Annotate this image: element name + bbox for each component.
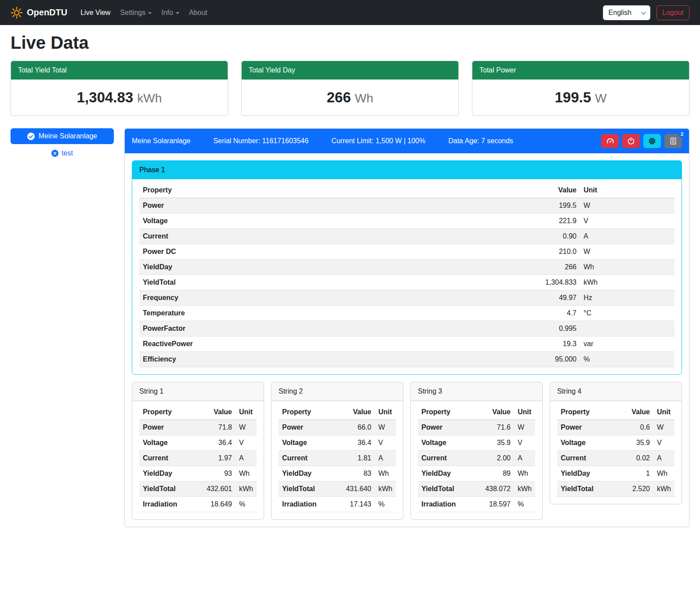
property-name: Current	[139, 451, 199, 466]
property-value: 199.5	[403, 198, 580, 213]
inverter-card-body: Phase 1 Property Value Unit Power	[125, 153, 689, 527]
property-unit: %	[236, 497, 257, 512]
string-2-table: Property Value Unit Power 66.0 W Voltage…	[279, 405, 396, 512]
table-row: Efficiency 95.000 %	[139, 352, 675, 367]
property-value: 1,304.833	[403, 275, 580, 290]
check-circle-icon	[27, 133, 35, 140]
inverter-card-header: Meine Solaranlage Serial Number: 1161716…	[125, 129, 689, 153]
property-value: 0.6	[617, 420, 653, 435]
inverter-limit: Current Limit: 1,500 W | 100%	[331, 137, 425, 145]
nav-links: Live View Settings Info About	[77, 5, 602, 20]
string-2-card: String 2 Property Value Unit	[271, 382, 403, 520]
table-row: Irradiation 18.649 %	[139, 497, 257, 512]
property-value: 2.00	[478, 451, 514, 466]
inverter-data-age: Data Age: 7 seconds	[448, 137, 513, 145]
power-icon	[627, 137, 635, 145]
table-row: Current 0.90 A	[139, 229, 675, 244]
property-name: YieldTotal	[139, 275, 403, 290]
table-row: Power 71.8 W	[139, 420, 257, 435]
property-unit: Wh	[580, 260, 675, 275]
property-name: ReactivePower	[139, 336, 403, 352]
string-title: String 2	[272, 382, 403, 401]
property-name: Frequency	[139, 290, 403, 306]
caret-down-icon	[148, 12, 152, 14]
language-value: English	[609, 9, 631, 17]
inverter-name: test	[62, 149, 73, 157]
property-name: Current	[418, 451, 478, 466]
nav-about[interactable]: About	[185, 5, 211, 20]
table-row: Irradiation 17.143 %	[279, 497, 396, 512]
main-row: Meine Solaranlage test Meine Solaranlage…	[11, 128, 689, 527]
event-count-badge: 2	[678, 130, 685, 138]
property-value: 1	[617, 466, 653, 481]
property-name: Power	[139, 420, 199, 435]
inverter-card: Meine Solaranlage Serial Number: 1161716…	[124, 128, 689, 527]
property-unit: kWh	[580, 275, 675, 290]
nav-settings[interactable]: Settings	[116, 5, 155, 20]
nav-info[interactable]: Info	[158, 5, 183, 20]
property-unit: Wh	[375, 466, 396, 481]
property-name: Efficiency	[139, 352, 403, 367]
nav-info-label: Info	[161, 9, 173, 17]
summary-cards: Total Yield Total 1,304.83kWh Total Yiel…	[11, 61, 689, 116]
inverter-select-meine-solaranlage[interactable]: Meine Solaranlage	[11, 128, 114, 144]
property-unit: W	[514, 420, 535, 435]
property-name: Irradiation	[139, 497, 199, 512]
property-value: 93	[199, 466, 236, 481]
strings-row: String 1 Property Value Unit	[132, 382, 682, 520]
event-log-button[interactable]: 2	[664, 134, 682, 148]
property-value: 35.9	[478, 435, 514, 451]
phase-table-body: Power 199.5 W Voltage 221.9 V Current 0.…	[139, 198, 675, 367]
table-row: Voltage 221.9 V	[139, 213, 675, 229]
property-unit: A	[236, 451, 257, 466]
property-unit: V	[580, 213, 675, 229]
property-name: YieldTotal	[279, 481, 339, 497]
caret-down-icon	[641, 9, 646, 14]
device-info-button[interactable]	[643, 134, 661, 148]
language-select[interactable]: English	[603, 5, 650, 20]
limit-settings-button[interactable]	[601, 134, 619, 148]
power-settings-button[interactable]	[622, 134, 640, 148]
table-row: PowerFactor 0.995	[139, 321, 675, 336]
property-unit: kWh	[514, 481, 535, 497]
table-row: Power 199.5 W	[139, 198, 675, 213]
nav-live-view[interactable]: Live View	[77, 5, 114, 20]
stat-unit: kWh	[137, 91, 162, 105]
table-row: YieldTotal 432.601 kWh	[139, 481, 257, 497]
string-3-card: String 3 Property Value Unit	[410, 382, 543, 520]
property-unit: W	[580, 244, 675, 260]
property-unit: Wh	[514, 466, 535, 481]
col-unit: Unit	[236, 405, 257, 420]
col-value: Value	[339, 405, 375, 420]
inverter-select-test[interactable]: test	[11, 149, 114, 157]
logout-button[interactable]: Logout	[656, 5, 689, 20]
string-2-table-body: Power 66.0 W Voltage 36.4 V Current 1.81…	[279, 420, 396, 512]
table-row: Voltage 35.9 V	[557, 435, 675, 451]
stat-value: 199.5	[555, 89, 591, 105]
property-name: YieldDay	[418, 466, 478, 481]
property-unit: %	[375, 497, 396, 512]
string-4-table: Property Value Unit Power 0.6 W Voltage …	[557, 405, 675, 497]
col-unit: Unit	[580, 183, 675, 198]
table-row: Power 71.6 W	[418, 420, 535, 435]
col-property: Property	[279, 405, 339, 420]
brand[interactable]: OpenDTU	[11, 7, 67, 19]
property-unit: W	[580, 198, 675, 213]
property-unit: W	[653, 420, 675, 435]
stat-value: 1,304.83	[77, 89, 133, 105]
property-value: 17.143	[339, 497, 375, 512]
property-name: YieldTotal	[557, 481, 617, 497]
property-unit: A	[653, 451, 675, 466]
table-row: Current 1.81 A	[279, 451, 396, 466]
col-unit: Unit	[514, 405, 535, 420]
table-row: YieldDay 93 Wh	[139, 466, 257, 481]
property-value: 210.0	[403, 244, 580, 260]
table-row: YieldDay 266 Wh	[139, 260, 675, 275]
property-name: Temperature	[139, 306, 403, 321]
table-row: ReactivePower 19.3 var	[139, 336, 675, 352]
property-unit: A	[514, 451, 535, 466]
table-row: Voltage 35.9 V	[418, 435, 535, 451]
property-name: Power	[418, 420, 478, 435]
page-content: Live Data Total Yield Total 1,304.83kWh …	[0, 25, 700, 539]
table-row: Current 0.02 A	[557, 451, 675, 466]
